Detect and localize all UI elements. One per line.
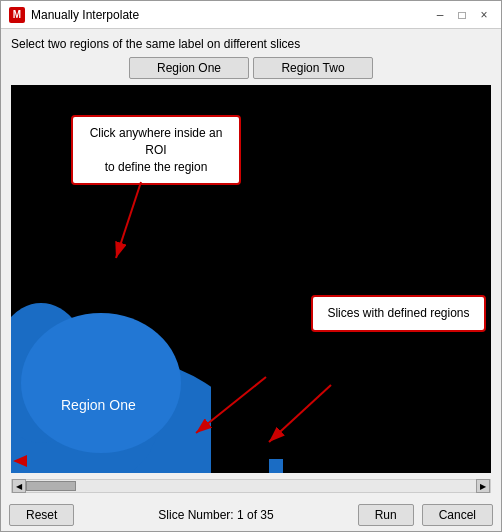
slice-info: Slice Number: 1 of 35 (82, 508, 349, 522)
region-buttons-container: Region One Region Two (11, 57, 491, 79)
window-title: Manually Interpolate (31, 8, 431, 22)
blue-square-left (25, 459, 39, 473)
roi-tooltip: Click anywhere inside an ROI to define t… (71, 115, 241, 185)
horizontal-scrollbar[interactable]: ◀ ▶ (11, 479, 491, 493)
region-one-button[interactable]: Region One (129, 57, 249, 79)
slices-arrow-2 (231, 380, 351, 450)
main-content: Select two regions of the same label on … (1, 29, 501, 499)
maximize-button[interactable]: □ (453, 6, 471, 24)
close-button[interactable]: × (475, 6, 493, 24)
roi-tooltip-line2: to define the region (105, 160, 208, 174)
run-button[interactable]: Run (358, 504, 414, 526)
roi-tooltip-line1: Click anywhere inside an ROI (90, 126, 223, 157)
slices-tooltip-text: Slices with defined regions (327, 306, 469, 320)
title-bar: M Manually Interpolate – □ × (1, 1, 501, 29)
scroll-right-button[interactable]: ▶ (476, 479, 490, 493)
canvas-area[interactable]: Region One Click anywhere inside an ROI … (11, 85, 491, 473)
scroll-thumb[interactable] (26, 481, 76, 491)
scroll-left-button[interactable]: ◀ (12, 479, 26, 493)
scroll-track[interactable] (26, 481, 476, 491)
svg-line-5 (116, 182, 141, 258)
svg-line-9 (269, 385, 331, 442)
blue-region-shape (11, 293, 211, 473)
minimize-button[interactable]: – (431, 6, 449, 24)
region-two-button[interactable]: Region Two (253, 57, 373, 79)
instruction-text: Select two regions of the same label on … (11, 37, 491, 51)
svg-point-3 (21, 313, 181, 453)
roi-arrow (111, 180, 191, 270)
slices-tooltip: Slices with defined regions (311, 295, 486, 332)
cancel-button[interactable]: Cancel (422, 504, 493, 526)
app-icon: M (9, 7, 25, 23)
region-one-canvas-label: Region One (61, 397, 136, 413)
slices-arrow (186, 375, 486, 455)
main-window: M Manually Interpolate – □ × Select two … (0, 0, 502, 532)
reset-button[interactable]: Reset (9, 504, 74, 526)
blue-square-right (269, 459, 283, 473)
window-controls: – □ × (431, 6, 493, 24)
bottom-bar: Reset Slice Number: 1 of 35 Run Cancel (1, 499, 501, 531)
